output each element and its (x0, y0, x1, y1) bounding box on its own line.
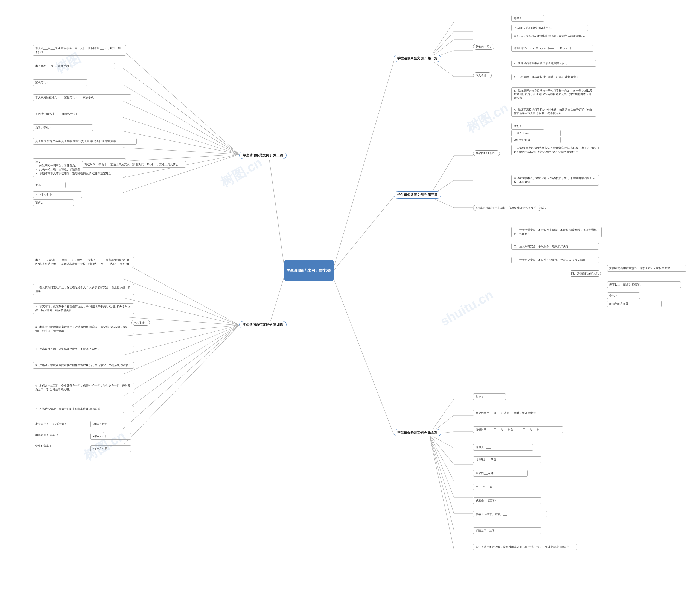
b1-teacher-label: 尊敬的老师： (476, 45, 492, 48)
b5-counselor: 学辅：（签字、盖章）___ (473, 511, 547, 518)
branch5-label: 学生请假条范文例子 第五篇 (397, 431, 438, 435)
b4-p5: 5、严格遵守学校及我院在住宿的相关管理规 定，限定放10：00前必须必须放； (33, 362, 134, 369)
b4-date2: x年xx月xx日 (90, 433, 131, 440)
svg-line-52 (429, 435, 454, 481)
branch1-label: 学生请假条范文例子 第一篇 (397, 56, 438, 60)
svg-line-15 (123, 51, 239, 154)
branch4-label: 学生请假条范文例子 第四篇 (243, 323, 283, 327)
svg-line-17 (123, 85, 239, 154)
b4-student-sign: 学生科盖章： (33, 443, 88, 449)
b5-greeting: 您好！ (473, 393, 506, 400)
svg-line-5 (429, 22, 454, 59)
watermark-2: 树图.cn (217, 154, 265, 191)
watermark-3: shuitu.cn (438, 287, 496, 329)
b3-p4-1: 如假在范期中发生意外，请家长本人及时相关 联系。 (607, 265, 686, 271)
svg-line-1 (269, 160, 284, 268)
b1-teacher-node: 尊敬的老师： (473, 44, 494, 50)
b1-to: 申请人：xxx (511, 130, 560, 136)
b2-approval: 是否批准 辅导员签字 是否批字 学院负责人签 字 是否批准 学校签字 (33, 138, 137, 145)
svg-line-60 (429, 435, 454, 549)
b5-class: （班级）___学院 (473, 456, 542, 463)
svg-line-31 (123, 262, 239, 325)
svg-line-37 (123, 325, 239, 374)
b1-sign: 敬礼！ (511, 123, 544, 130)
svg-line-21 (123, 148, 239, 154)
b4-promise-title: 本人承诺： (131, 320, 150, 326)
svg-line-20 (123, 131, 239, 154)
svg-line-36 (123, 325, 239, 355)
svg-line-58 (429, 435, 454, 530)
b1-promise1: 1、所陈述的请假事由和信息全部真实无误 ； (511, 60, 596, 67)
svg-line-40 (123, 325, 239, 429)
svg-line-4 (333, 279, 394, 435)
b4-date3: x年xx月xx日 (90, 445, 131, 452)
b2-person-charge: 负责人手机： (33, 124, 93, 131)
b3-p3: 三、注意用火安全，不玩火不烧煤气，观看电 花有大人陪同 (511, 257, 599, 263)
b5-teacher: 导敬的___老师： (473, 470, 528, 476)
b1-content1: 本人xxx，系xxx文学xx级本科生， (511, 25, 588, 31)
branch4-node: 学生请假条范文例子 第四篇 (239, 321, 286, 329)
svg-line-24 (123, 154, 239, 192)
b5-date-info: 请假日期：___年___月___日至___ ___年___月___日 (473, 426, 563, 433)
center-label: 学生请假条范文例子推荐5篇 (286, 268, 331, 273)
svg-line-48 (429, 435, 454, 448)
b3-teacher-label: 尊敬的XXX老师： (476, 152, 497, 155)
svg-line-0 (333, 61, 394, 268)
b5-date2: 年___月___日 (473, 484, 522, 490)
watermark-5: 树图.cn (464, 99, 511, 137)
b1-date: 20xx年x月x日 (511, 137, 560, 143)
svg-line-22 (123, 154, 239, 161)
b3-date: xxxx年xx月xx日 (607, 301, 662, 307)
b3-teacher-node: 尊敬的XXX老师： (473, 150, 500, 156)
b3-promises-node: 在假期里我对子学生家长，必须会对两学严格 要求，教育告： (473, 205, 542, 211)
svg-line-2 (333, 197, 394, 270)
b2-requestor: 请假人： (33, 200, 74, 206)
b2-date: 2019年X月X日 (33, 191, 82, 198)
b3-p4-title: 四、加强自我保护意识 (569, 270, 601, 277)
b4-p6: 6、本假条一式三份，学生处留存一份，保管 中心一份，学生处存一份，经辅导员签字，… (33, 383, 134, 393)
b2-phone: 家长电话： (33, 79, 88, 86)
branch2-label: 学生请假条范文例子 第二篇 (243, 153, 283, 157)
svg-line-54 (429, 435, 454, 497)
b2-personal: 本人系___级___专业 班级学生（男、女），因回请假 ___天，烦扰、请予批准… (33, 45, 126, 56)
branch3-label: 学生请假条范文例子 第三篇 (397, 193, 438, 197)
b3-content2: 因XXX同学本人于XX月XX日正常离校后，将 于下学期开学后来归至校，不会延误。 (511, 175, 599, 185)
branch5-node: 学生请假条范文例子 第五篇 (394, 429, 441, 436)
b2-addr: 本人住在___号___宿舍 手机： (33, 63, 115, 70)
b2-sign: 敬礼！ (33, 182, 66, 188)
svg-line-18 (123, 101, 239, 154)
svg-line-16 (123, 68, 239, 154)
b1-greeting: 您好！ (511, 15, 544, 22)
b5-student-info: 尊敬的学生___级___班 请假___学时，望老师批准。 (473, 410, 555, 416)
b4-personal: 本人____现就读于___学院___班，学号 ___告书号：___，家庭详细地址… (33, 257, 134, 267)
b3-p4-2: 基于以上，请请老师指假。 (607, 281, 681, 288)
b5-note: 备注：请用签强纸纸，按照以粗式规范书写 一式二份，三天以上学院领导签字。 (473, 544, 577, 550)
b2-home: 本人家庭所在地为：___家庭电话：___ 家长手机： (33, 94, 131, 101)
b1-promise2: 2、已将请假一事与家长进行沟通，获得班 家长同意； (511, 74, 596, 80)
b1-promise3: 3、我在掌握合法遵目法法并开实习学校指向发 生的一切纠纷以及后果自行负责，有任何… (511, 87, 596, 101)
b5-requestor: 请假人：___ (473, 444, 533, 450)
b1-promise-node: 本人承诺： (473, 72, 492, 78)
b4-p7: 7、如遇特殊情况，请第一时间主动与本班辅 导员联系。 (33, 406, 134, 412)
b3-sign: 敬礼！ (607, 292, 640, 299)
svg-line-32 (123, 279, 239, 325)
svg-line-39 (123, 325, 239, 413)
b3-promises-label: 在假期里我对子学生家长，必须会对两学严格 要求，教育告： (476, 206, 550, 209)
b3-p1: 一、注意交通安全，不在马路上跑闹，不能接 触摩坐蹦，遵守交通规矩，乞服行车 (511, 227, 602, 237)
b2-dest: 目的地详细地址：___目的地电话： (33, 111, 131, 117)
branch1-node: 学生请假条范文例子 第一篇 (394, 55, 441, 62)
b1-promise-label: 本人承诺： (476, 74, 489, 77)
svg-line-50 (429, 435, 454, 465)
branch3-node: 学生请假条范文例子 第三篇 (394, 191, 441, 199)
b3-content1: 一年XX同学生XXX因为各节范回回XX老实过年 所以提出参于XX月XX日是即给的… (511, 145, 604, 155)
b4-date1: x年xx月xx日 (90, 421, 131, 427)
b4-p1: 1、在意校期间遵纪守法，保证在做好个人个 人身安防护安全，自觉行承担一切后果； (33, 284, 134, 295)
svg-line-56 (429, 435, 454, 514)
svg-line-41 (123, 325, 239, 445)
b4-p3: 3、本事假仅限假期未遵时使用；对请假的授 内容有上课安排(包括实验及实习课)，临… (33, 324, 134, 334)
center-node: 学生请假条范文例子推荐5篇 (284, 260, 333, 281)
b2-leave: 离校时间：年 月 日；交通工具及其次；家 校时间：年 月 日；交通工具及其次： (82, 161, 186, 168)
svg-line-38 (123, 325, 239, 396)
b1-promise4: 4、我保正离校期间手机24小时畅通，如因遇 出先给导师的任何任何和后果由本人自行… (511, 107, 596, 117)
branch2-node: 学生请假条范文例子 第二篇 (239, 152, 286, 159)
